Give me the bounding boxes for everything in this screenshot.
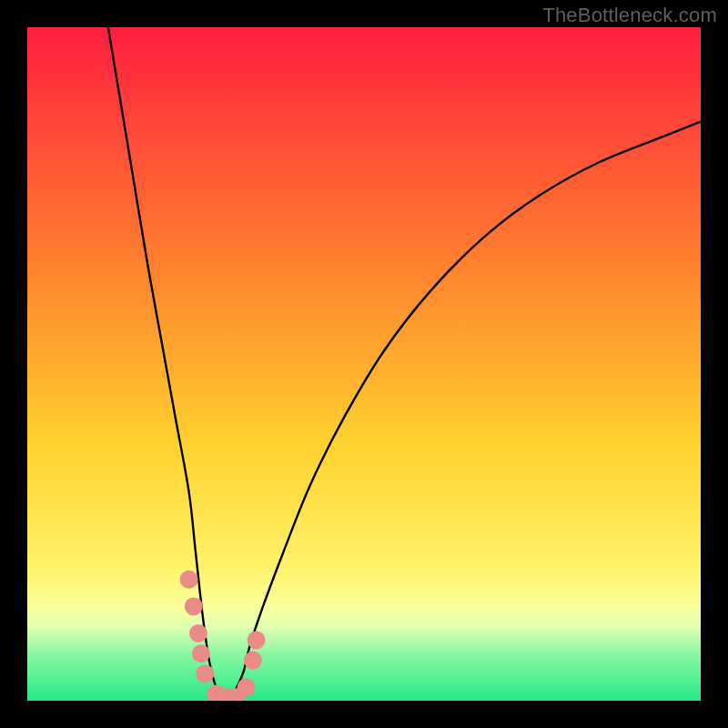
highlight-marker — [248, 631, 266, 649]
highlight-marker — [238, 678, 256, 696]
highlight-marker — [192, 644, 210, 662]
watermark-label: TheBottleneck.com — [542, 4, 717, 27]
highlight-marker — [189, 624, 207, 642]
highlight-marker — [196, 664, 214, 682]
highlight-marker — [180, 571, 198, 589]
gradient-background — [27, 27, 701, 701]
chart-stage: TheBottleneck.com — [0, 0, 728, 728]
chart-svg — [27, 27, 701, 701]
plot-area — [27, 27, 701, 701]
highlight-marker — [185, 597, 203, 615]
highlight-marker — [244, 652, 262, 670]
